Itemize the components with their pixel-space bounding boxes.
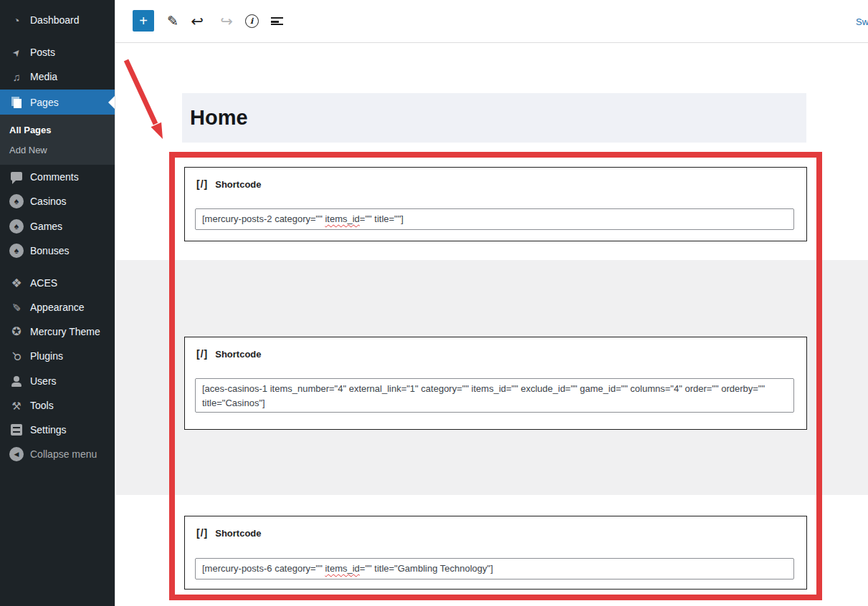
- redo-button[interactable]: ↪: [214, 0, 239, 42]
- sidebar-item-media[interactable]: ♫ Media: [0, 64, 115, 89]
- sliders-icon: [9, 424, 24, 436]
- misspelled-word: items_id: [325, 563, 359, 574]
- block-type-label: Shortcode: [215, 349, 261, 360]
- sidebar-item-label: Users: [30, 375, 57, 387]
- shortcode-input[interactable]: [mercury-posts-6 category="" items_id=""…: [195, 558, 794, 579]
- wordpress-admin-screen: ◔ Dashboard ➤ Posts ♫ Media Pages All Pa…: [0, 0, 868, 606]
- post-title-block[interactable]: Home: [182, 93, 806, 143]
- collapse-arrow-icon: ◀: [9, 447, 24, 461]
- spade-circle-icon: ♠: [9, 244, 24, 258]
- shortcode-block[interactable]: [/] Shortcode [mercury-posts-2 category=…: [184, 167, 807, 241]
- sidebar-item-collapse-menu[interactable]: ◀ Collapse menu: [0, 442, 115, 466]
- block-type-label: Shortcode: [215, 528, 261, 539]
- pages-icon: [9, 97, 24, 108]
- shortcode-text: [aces-casinos-1 items_number="4" externa…: [202, 383, 765, 408]
- sidebar-item-users[interactable]: Users: [0, 369, 115, 393]
- sidebar-item-label: Pages: [30, 97, 59, 108]
- sidebar-item-settings[interactable]: Settings: [0, 418, 115, 442]
- list-view-icon: [271, 16, 283, 27]
- comment-bubble-icon: [9, 174, 24, 181]
- diamonds-icon: ❖: [9, 277, 24, 289]
- sidebar-item-label: ACES: [30, 277, 57, 289]
- switch-to-draft-link[interactable]: Swi: [856, 16, 868, 27]
- shortcode-input[interactable]: [aces-casinos-1 items_number="4" externa…: [195, 378, 794, 413]
- pencil-icon: ✎: [167, 13, 178, 29]
- page-title[interactable]: Home: [182, 106, 248, 130]
- block-header: [/] Shortcode: [196, 178, 262, 190]
- sidebar-item-aces[interactable]: ❖ ACES: [0, 271, 115, 295]
- sidebar-item-label: Collapse menu: [30, 448, 97, 460]
- editor-toolbar: + ✎ ↩ ↪ i Swi: [115, 0, 868, 43]
- sidebar-item-label: Games: [30, 221, 62, 232]
- shortcode-text: ="" title="Gambling Technology"]: [360, 563, 493, 574]
- undo-button[interactable]: ↩: [184, 0, 210, 42]
- pin-icon: ➤: [9, 44, 25, 61]
- plug-icon: ⚲: [7, 347, 25, 365]
- spade-circle-icon: ♠: [9, 194, 24, 208]
- sidebar-item-mercury-theme[interactable]: ✪ Mercury Theme: [0, 319, 115, 344]
- sidebar-item-label: Media: [30, 71, 57, 82]
- sidebar-item-label: Tools: [30, 400, 54, 411]
- misspelled-word: items_id: [325, 213, 359, 224]
- submenu-item-add-new[interactable]: Add New: [0, 140, 115, 160]
- details-button[interactable]: i: [239, 0, 264, 42]
- sidebar-item-dashboard[interactable]: ◔ Dashboard: [0, 8, 115, 32]
- sidebar-item-label: Settings: [30, 424, 67, 436]
- edit-mode-button[interactable]: ✎: [160, 0, 186, 42]
- block-header: [/] Shortcode: [196, 527, 262, 539]
- block-type-label: Shortcode: [215, 179, 261, 190]
- wrench-icon: ⚒: [9, 400, 24, 411]
- media-icon: ♫: [9, 72, 24, 82]
- shortcode-text: [mercury-posts-2 category="": [202, 213, 325, 224]
- sidebar-item-games[interactable]: ♠ Games: [0, 214, 115, 239]
- dashboard-icon: ◔: [9, 15, 24, 26]
- sidebar-item-label: Appearance: [30, 302, 85, 313]
- sidebar-item-appearance[interactable]: ✐ Appearance: [0, 295, 115, 319]
- shortcode-text: ="" title=""]: [360, 213, 404, 224]
- block-inserter-button[interactable]: +: [133, 10, 154, 32]
- sidebar-item-label: Mercury Theme: [30, 326, 100, 337]
- sidebar-item-bonuses[interactable]: ♠ Bonuses: [0, 239, 115, 263]
- sidebar-item-label: Dashboard: [30, 14, 80, 26]
- list-view-button[interactable]: [264, 0, 290, 42]
- shortcode-block[interactable]: [/] Shortcode [mercury-posts-6 category=…: [184, 516, 807, 590]
- shortcode-input[interactable]: [mercury-posts-2 category="" items_id=""…: [195, 208, 794, 230]
- paintbrush-icon: ✐: [9, 302, 24, 313]
- block-header: [/] Shortcode: [196, 348, 262, 360]
- sidebar-item-label: Plugins: [30, 350, 63, 362]
- shortcode-block[interactable]: [/] Shortcode [aces-casinos-1 items_numb…: [184, 337, 807, 430]
- sidebar-item-pages[interactable]: Pages: [0, 90, 115, 115]
- shortcode-icon: [/]: [196, 178, 208, 190]
- admin-sidebar: ◔ Dashboard ➤ Posts ♫ Media Pages All Pa…: [0, 0, 115, 606]
- sidebar-item-label: Casinos: [30, 196, 67, 207]
- active-menu-arrow: [108, 96, 115, 109]
- spade-circle-icon: ♠: [9, 219, 24, 234]
- shortcode-icon: [/]: [196, 527, 208, 539]
- sidebar-item-plugins[interactable]: ⚲ Plugins: [0, 344, 115, 368]
- redo-icon: ↪: [220, 13, 233, 30]
- sidebar-item-casinos[interactable]: ♠ Casinos: [0, 189, 115, 213]
- sidebar-item-comments[interactable]: Comments: [0, 165, 115, 189]
- pages-submenu: All Pages Add New: [0, 115, 115, 165]
- sidebar-item-label: Posts: [30, 47, 55, 58]
- shortcode-icon: [/]: [196, 348, 208, 360]
- sidebar-item-label: Bonuses: [30, 245, 69, 256]
- submenu-item-all-pages[interactable]: All Pages: [0, 120, 115, 140]
- sidebar-item-posts[interactable]: ➤ Posts: [0, 40, 115, 64]
- info-icon: i: [245, 14, 259, 28]
- editor-canvas: Home [/] Shortcode [mercury-posts-2 cate…: [115, 43, 868, 606]
- sidebar-item-tools[interactable]: ⚒ Tools: [0, 393, 115, 418]
- person-icon: [9, 376, 24, 387]
- undo-icon: ↩: [191, 13, 204, 30]
- sidebar-item-label: Comments: [30, 171, 79, 183]
- medal-icon: ✪: [9, 326, 24, 337]
- shortcode-text: [mercury-posts-6 category="": [202, 563, 325, 574]
